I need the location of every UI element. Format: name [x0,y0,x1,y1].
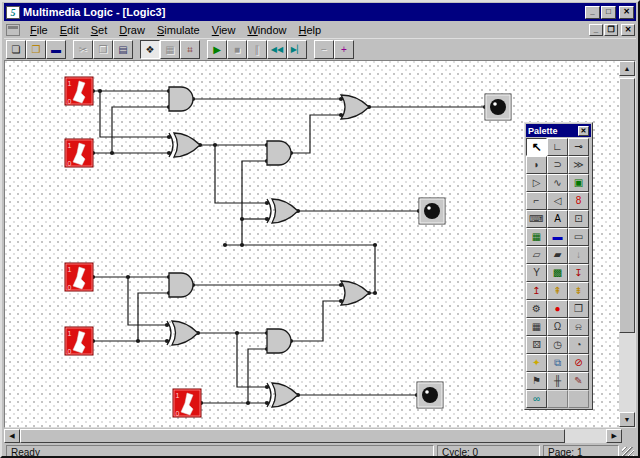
palette-bulb-tool[interactable]: ● [547,300,568,318]
child-restore-button[interactable]: ❐ [604,24,618,36]
palette-not-gate-tool[interactable]: ▷ [526,174,547,192]
pause-button[interactable]: ∥ [247,40,267,59]
palette-counter-tool[interactable]: ⊡ [568,210,589,228]
palette-title-bar[interactable]: Palette ✕ [526,124,591,137]
palette-tristate-tool[interactable]: Y [526,264,547,282]
palette-flag-tool[interactable]: ⚑ [526,372,547,390]
rewind-button[interactable]: ◀◀ [267,40,287,59]
mdi-child-icon[interactable] [6,24,20,36]
menu-item-help[interactable]: Help [293,22,328,38]
palette-junction-tool[interactable]: ⊸ [568,138,589,156]
palette-chip-tool[interactable]: ▦ [526,318,547,336]
minimize-button[interactable]: _ [585,6,600,19]
horizontal-scroll-thumb[interactable] [20,429,565,443]
palette-speaker-tool[interactable]: ◁ [547,192,568,210]
palette-keypad-tool[interactable]: ▦ [526,228,547,246]
led-component[interactable] [485,94,511,120]
xor-gate[interactable] [267,383,298,407]
stop-button[interactable]: ■ [227,40,247,59]
maximize-button[interactable]: □ [601,6,616,19]
palette-window[interactable]: Palette ✕ ↖∟⊸◗⊃≫▷∿▣⌐◁8⌨A⊡▦▬▭▱▰↓Y▩↧↥⇞⇟⚙●❐… [524,122,593,410]
palette-oscillator-tool[interactable]: ∿ [547,174,568,192]
switch-component[interactable]: 10 [65,77,93,105]
palette-sender-tool[interactable]: ⇞ [547,282,568,300]
palette-memory-tool[interactable]: ▩ [547,264,568,282]
child-close-button[interactable]: ✕ [621,24,635,36]
palette-pipe-tool[interactable]: ╫ [547,372,568,390]
palette-or-gate-tool[interactable]: ⊃ [547,156,568,174]
scroll-left-icon[interactable]: ◀ [4,429,20,443]
palette-light-tool[interactable]: ✦ [526,354,547,372]
scroll-down-icon[interactable]: ▼ [619,412,635,427]
vertical-scroll-thumb[interactable] [619,78,635,333]
circuit-canvas[interactable]: 1010101010 Palette ✕ ↖∟⊸◗⊃≫▷∿▣⌐◁8⌨A⊡▦▬▭▱… [5,61,619,427]
palette-bell-tool[interactable]: ⍾ [568,318,589,336]
scroll-right-icon[interactable]: ▶ [606,429,622,443]
paste-button[interactable]: ▤ [113,40,133,59]
palette-node-out-tool[interactable]: ▱ [526,246,547,264]
palette-close-icon[interactable]: ✕ [578,126,589,136]
child-minimize-button[interactable]: _ [589,24,603,36]
save-button[interactable]: ▬ [46,40,66,59]
switch-component[interactable]: 10 [173,389,201,417]
menu-item-file[interactable]: File [24,22,54,38]
palette-led-tool[interactable]: ▣ [568,174,589,192]
close-button[interactable]: ✕ [619,6,634,19]
wiring-mode-button[interactable]: ⌗ [180,40,200,59]
palette-display-tool[interactable]: ▬ [547,228,568,246]
new-button[interactable]: ❏ [6,40,26,59]
palette-stop-sign-tool[interactable]: ⊘ [568,354,589,372]
palette-and-gate-tool[interactable]: ◗ [526,156,547,174]
or-gate[interactable] [341,95,369,119]
switch-component[interactable]: 10 [65,139,93,167]
menu-item-set[interactable]: Set [85,22,114,38]
copy-button[interactable]: ❐ [93,40,113,59]
led-component[interactable] [417,382,443,408]
palette-tape-tool[interactable]: ▭ [568,228,589,246]
show-palette-button[interactable]: ❖ [140,40,160,59]
app-icon[interactable]: 5 [6,6,20,19]
palette-robot-tool[interactable]: ∞ [526,390,547,408]
step-button[interactable]: ▶▏ [287,40,307,59]
and-gate[interactable] [267,141,291,165]
palette-seven-segment-tool[interactable]: 8 [568,192,589,210]
and-gate[interactable] [267,329,291,353]
vertical-scrollbar[interactable]: ▲ ▼ [619,61,635,427]
menu-item-edit[interactable]: Edit [54,22,85,38]
xor-gate[interactable] [169,133,200,157]
switch-component[interactable]: 10 [65,327,93,355]
menu-item-window[interactable]: Window [241,22,292,38]
xor-gate[interactable] [167,321,198,345]
palette-gear-tool[interactable]: ⚙ [526,300,547,318]
palette-clock-tool[interactable]: ◷ [547,336,568,354]
menu-item-simulate[interactable]: Simulate [151,22,206,38]
palette-storage-out-tool[interactable]: ↥ [526,282,547,300]
zoom-out-button[interactable]: − [314,40,334,59]
palette-switch-tool[interactable]: ⌐ [526,192,547,210]
xor-gate[interactable] [267,199,298,223]
scroll-up-icon[interactable]: ▲ [619,61,635,76]
run-button[interactable]: ▶ [207,40,227,59]
menu-item-draw[interactable]: Draw [113,22,151,38]
palette-random-tool[interactable]: ⚄ [526,336,547,354]
palette-ground-tool[interactable]: ↓ [568,246,589,264]
palette-flip-tool[interactable]: ❐ [568,300,589,318]
palette-rotor-tool[interactable]: Ω [547,318,568,336]
palette-select-tool[interactable]: ↖ [526,138,547,156]
palette-receiver-tool[interactable]: ⇟ [568,282,589,300]
palette-multimedia-tool[interactable]: ⧉ [547,354,568,372]
palette-timer-tool[interactable]: ◔ [568,336,589,354]
zoom-in-button[interactable]: + [334,40,354,59]
horizontal-scrollbar[interactable]: ◀ ▶ [4,429,622,443]
and-gate[interactable] [169,87,193,111]
grid-mode-button[interactable]: ▦ [160,40,180,59]
palette-wire-tool[interactable]: ∟ [547,138,568,156]
palette-text-tool[interactable]: A [547,210,568,228]
palette-pen-tool[interactable]: ✎ [568,372,589,390]
open-button[interactable]: ❐ [26,40,46,59]
switch-component[interactable]: 10 [65,263,93,291]
palette-keyboard-tool[interactable]: ⌨ [526,210,547,228]
palette-storage-in-tool[interactable]: ↧ [568,264,589,282]
cut-button[interactable]: ✂ [73,40,93,59]
resize-grip[interactable] [622,447,634,458]
